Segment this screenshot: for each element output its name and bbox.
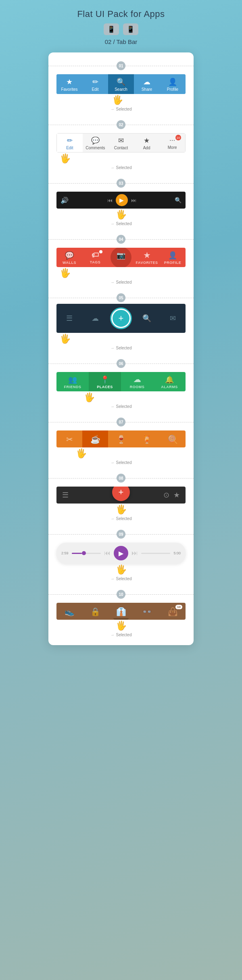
tab4-walls[interactable]: 💬 WALLS [56, 248, 82, 267]
hand-pointer-7: 🖐 [76, 448, 87, 459]
section-8: 08 ☰ + ⊙ ★ 🖐 → Selected [48, 465, 194, 521]
arrow-icon-9: → [111, 577, 115, 581]
section-7: 07 ✂ ☕ 🍷 🍹 🍭 🖐 → Selected [48, 409, 194, 465]
tab5-add[interactable]: + [108, 305, 134, 331]
tab-edit[interactable]: ✏ Edit [82, 74, 108, 94]
tab-search[interactable]: 🔍 Search [108, 74, 134, 94]
tab2-edit[interactable]: ✏ Edit [57, 134, 83, 152]
step-badge-2: 02 [117, 120, 125, 129]
search-icon: 🔍 [117, 77, 125, 86]
tab7-wine[interactable]: 🍷 [108, 430, 134, 447]
media-search-icon[interactable]: 🔍 [175, 197, 182, 203]
more-icon: ··· [169, 136, 175, 144]
page-title: Flat UI Pack for Apps [77, 9, 165, 19]
more-badge: 10 [175, 135, 181, 140]
star8-icon[interactable]: ★ [173, 491, 180, 499]
tab2-more[interactable]: 10 ··· More [159, 134, 185, 152]
hand-pointer-3: 🖐 [116, 209, 127, 220]
tab-edit-label: Edit [92, 87, 98, 92]
subtitle: 02 / Tab Bar [105, 38, 138, 45]
tab6-places[interactable]: 📍 PLACES [89, 372, 121, 391]
volume-icon[interactable]: 🔊 [60, 196, 69, 204]
tab2-contact-label: Contact [114, 146, 128, 150]
tab7-coffee[interactable]: ☕ [82, 430, 108, 447]
selected-label-9: → Selected [111, 577, 132, 581]
tab7-cutlery[interactable]: ✂ [56, 430, 82, 447]
tab10-lock[interactable]: 🔒 [82, 603, 108, 620]
star-icon: ★ [66, 77, 73, 86]
play-button[interactable]: ▶ [116, 194, 128, 206]
add-icon: ★ [144, 136, 150, 145]
hand-pointer-9: 🖐 [116, 564, 127, 575]
tab4-camera[interactable]: 📷 [108, 248, 134, 267]
hamburger-icon[interactable]: ☰ [62, 491, 69, 499]
tab7-candy[interactable]: 🍭 [160, 430, 186, 447]
tabbar-6: 👥 FRIENDS 📍 PLACES ☁ ROOMS 🔔 ALARMS [56, 372, 186, 391]
tab7-cocktail[interactable]: 🍹 [134, 430, 160, 447]
tab5-cloud[interactable]: ☁ [82, 311, 108, 326]
section-6: 06 👥 FRIENDS 📍 PLACES ☁ ROOMS 🔔 ALARMS 🖐 [48, 350, 194, 409]
step-badge-4: 04 [117, 235, 125, 244]
selected-label-1: → Selected [111, 107, 132, 111]
tab6-rooms[interactable]: ☁ ROOMS [121, 372, 153, 391]
tab-share[interactable]: ☁ Share [134, 74, 160, 94]
dotted-line-left-4 [48, 239, 117, 240]
tab2-comments[interactable]: 💬 Comments [83, 134, 108, 152]
candy-icon: 🍭 [168, 435, 178, 444]
tab5-list[interactable]: ☰ [56, 311, 82, 326]
tabbar-2: ✏ Edit 💬 Comments ✉ Contact ★ Add 10 ···… [56, 133, 186, 153]
tab6-alarms[interactable]: 🔔 ALARMS [153, 372, 186, 391]
next-icon[interactable]: ⏭ [131, 550, 138, 557]
tab2-add[interactable]: ★ Add [134, 134, 160, 152]
phone-icon: 📱 [104, 23, 119, 35]
tab-profile[interactable]: 👤 Profile [160, 74, 186, 94]
places-icon: 📍 [100, 375, 110, 384]
dotted-line-right-3 [125, 183, 194, 184]
step-badge-10: 10 [117, 590, 125, 599]
arrow-icon-8: → [111, 516, 115, 521]
rewind-icon[interactable]: ⏮ [107, 197, 113, 203]
arrow-icon-10: → [111, 633, 115, 637]
section-5: 05 ☰ ☁ + 🔍 ✉ 🖐 → Selected [48, 284, 194, 350]
tab6-rooms-label: ROOMS [130, 385, 145, 389]
step-badge-5: 05 [117, 293, 125, 302]
section-9: 09 2:59 ⏮ ▶ ⏭ 5:00 🖐 → Selected [48, 521, 194, 581]
selected-text-10: Selected [116, 633, 132, 637]
progress-thumb[interactable] [82, 551, 86, 555]
tab6-friends[interactable]: 👥 FRIENDS [56, 372, 89, 391]
dotted-line-left-5 [48, 298, 117, 298]
tab4-profile[interactable]: 👤 PROFILE [160, 248, 186, 267]
section-10: 10 👟 🔒 👔 👓 10 👜 🖐 → Selected [48, 581, 194, 637]
tab4-favorites-label: FAVORITES [136, 261, 158, 265]
prev-icon[interactable]: ⏮ [104, 550, 111, 557]
tab10-glasses[interactable]: 👓 [134, 603, 160, 620]
tab4-favorites[interactable]: ★ FAVORITES [134, 248, 160, 267]
play-button-9[interactable]: ▶ [114, 546, 128, 560]
arrow-icon-5: → [111, 346, 115, 350]
cloud-icon: ☁ [143, 77, 150, 86]
step-badge-1: 01 [117, 61, 125, 70]
target-icon[interactable]: ⊙ [163, 491, 169, 499]
selected-label-5: → Selected [111, 346, 132, 350]
media-controls: ⏮ ▶ ⏭ [72, 194, 171, 206]
tab-favorites[interactable]: ★ Favorites [56, 74, 82, 94]
tab10-bag[interactable]: 10 👜 [160, 603, 186, 620]
tab5-search[interactable]: 🔍 [134, 311, 160, 326]
dotted-line-right-1 [125, 66, 194, 66]
dotted-line-right-7 [125, 422, 194, 422]
tab2-more-label: More [168, 145, 177, 150]
step-badge-8: 08 [117, 474, 125, 483]
tab2-contact[interactable]: ✉ Contact [108, 134, 134, 152]
tab10-shoes[interactable]: 👟 [56, 603, 82, 620]
selected-text-5: Selected [116, 346, 132, 350]
tags-icon: 🏷 [92, 251, 99, 259]
step-badge-3: 03 [117, 179, 125, 188]
tab5-mail[interactable]: ✉ [160, 311, 186, 326]
tab10-tie[interactable]: 👔 [108, 603, 134, 620]
forward-icon[interactable]: ⏭ [131, 197, 136, 203]
progress-bar[interactable] [72, 553, 101, 554]
selected-text-8: Selected [116, 516, 132, 521]
tab-profile-label: Profile [167, 87, 178, 92]
add-center-button[interactable]: + [112, 487, 130, 501]
tab4-tags[interactable]: 🏷 TAGS [82, 248, 108, 267]
